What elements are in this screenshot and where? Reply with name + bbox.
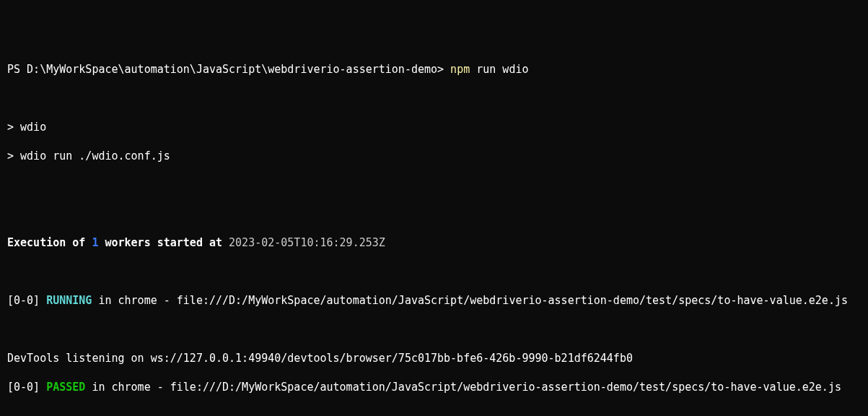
devtools-line: DevTools listening on ws://127.0.0.1:499… <box>7 351 861 365</box>
running-line: [0-0] RUNNING in chrome - file:///D:/MyW… <box>7 293 861 308</box>
cmd-args: run wdio <box>470 63 528 76</box>
exec-timestamp: 2023-02-05T10:16:29.253Z <box>229 236 385 249</box>
script-echo-1: > wdio <box>7 120 861 134</box>
prompt-line-1[interactable]: PS D:\MyWorkSpace\automation\JavaScript\… <box>7 62 861 77</box>
worker-id: [0-0] <box>7 294 46 307</box>
exec-mid: workers started at <box>98 236 229 249</box>
execution-header: Execution of 1 workers started at 2023-0… <box>7 235 861 250</box>
running-tail: in chrome - file:///D:/MyWorkSpace/autom… <box>92 294 848 307</box>
cmd-npm: npm <box>450 63 470 76</box>
blank-line <box>7 322 861 337</box>
cwd-path: D:\MyWorkSpace\automation\JavaScript\web… <box>27 63 437 76</box>
exec-prefix: Execution of <box>7 236 92 249</box>
prompt-suffix: > <box>437 63 450 76</box>
blank-line <box>7 264 861 279</box>
status-passed: PASSED <box>46 381 85 394</box>
script-echo-2: > wdio run ./wdio.conf.js <box>7 149 861 163</box>
blank-line <box>7 178 861 192</box>
passed-line: [0-0] PASSED in chrome - file:///D:/MyWo… <box>7 380 861 394</box>
blank-line <box>7 409 861 416</box>
passed-tail: in chrome - file:///D:/MyWorkSpace/autom… <box>85 381 841 394</box>
blank-line <box>7 91 861 105</box>
status-running: RUNNING <box>46 294 92 307</box>
ps-prefix: PS <box>7 63 27 76</box>
blank-line <box>7 207 861 221</box>
worker-id: [0-0] <box>7 381 46 394</box>
